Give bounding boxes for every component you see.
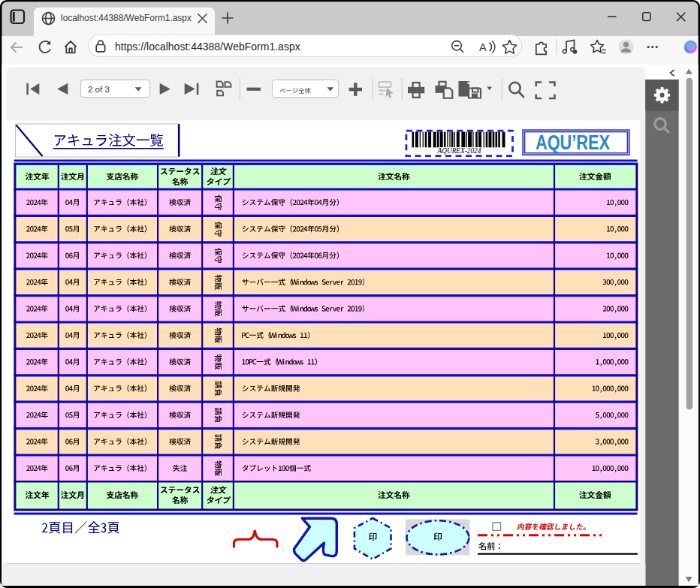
svg-text:localhost:44388/WebForm1.aspx: localhost:44388/WebForm1.aspx [61, 13, 192, 23]
svg-text:AQU’REX: AQU’REX [536, 131, 611, 154]
svg-text:2 of 3: 2 of 3 [88, 85, 110, 94]
svg-text:https://localhost:44388/WebFor: https://localhost:44388/WebForm1.aspx [115, 41, 300, 53]
svg-text:A: A [479, 41, 487, 53]
svg-text:AQUREX-2024: AQUREX-2024 [437, 147, 481, 155]
